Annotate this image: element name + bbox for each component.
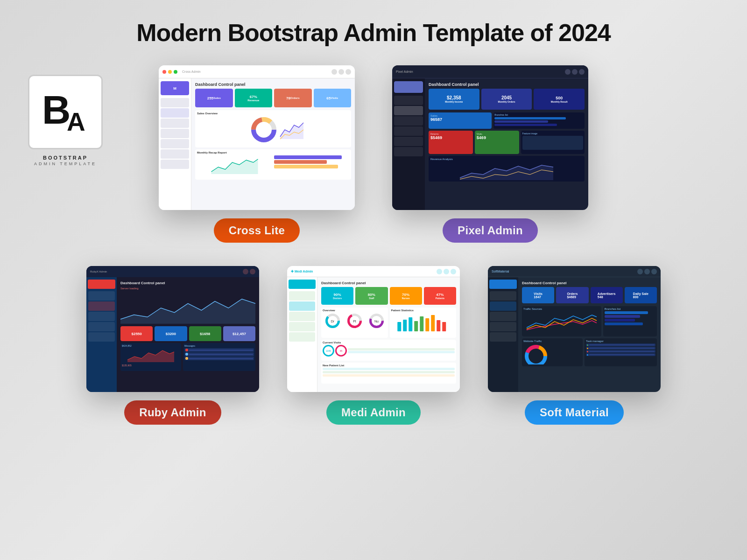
template-cross-lite[interactable]: Cross Admin M [159,65,355,243]
template-ruby-admin[interactable]: RubyX Admin [86,266,259,425]
ruby-admin-label[interactable]: Ruby Admin [124,400,221,425]
logo-box: B A [28,75,103,149]
medi-admin-label[interactable]: Medi Admin [326,400,421,425]
logo-text: BOOTSTRAP [43,155,88,161]
svg-rect-28 [442,322,446,331]
svg-text:A: A [67,107,85,135]
svg-text:Pt: Pt [353,320,356,323]
svg-rect-20 [397,322,401,331]
svg-marker-9 [120,299,255,324]
template-soft-material[interactable]: SoftMaterial [488,266,661,425]
svg-text:Nu: Nu [374,320,379,323]
svg-rect-23 [414,321,418,331]
pixel-admin-screenshot: Pixel Admin [392,65,588,210]
template-pixel-admin[interactable]: Pixel Admin [392,65,588,243]
ruby-admin-screenshot: RubyX Admin [86,266,259,392]
svg-rect-22 [409,317,412,331]
bootstrap-logo: B A BOOTSTRAP ADMIN TEMPLATE [28,75,103,166]
soft-material-label[interactable]: Soft Material [525,400,624,425]
svg-rect-21 [403,320,407,331]
medi-admin-screenshot: ✚ Medi Admin [287,266,460,392]
svg-rect-26 [431,315,435,331]
soft-material-screenshot: SoftMaterial [488,266,661,392]
svg-marker-8 [460,165,553,180]
cross-lite-screenshot: Cross Admin M [159,65,355,210]
svg-rect-24 [420,316,423,331]
pixel-admin-label[interactable]: Pixel Admin [443,218,538,243]
logo-subtext: ADMIN TEMPLATE [34,161,97,166]
template-medi-admin[interactable]: ✚ Medi Admin [287,266,460,425]
cross-lite-label[interactable]: Cross Lite [214,218,300,243]
svg-rect-27 [437,320,440,331]
page-title: Modern Bootstrap Admin Template of 2024 [0,0,747,56]
svg-text:Dr: Dr [331,320,335,323]
svg-rect-25 [425,318,429,331]
